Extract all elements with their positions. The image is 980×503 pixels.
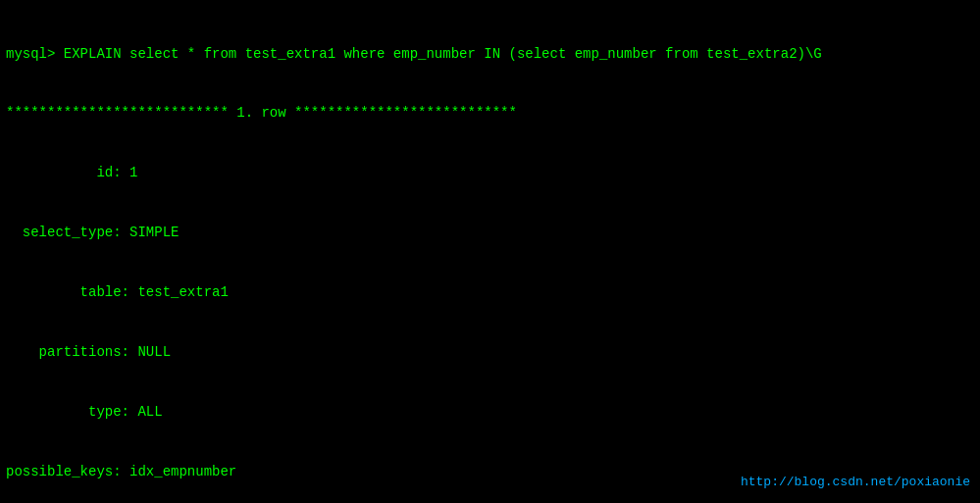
row1-partitions: partitions: NULL — [6, 342, 974, 362]
row1-type: type: ALL — [6, 402, 974, 422]
prompt-line: mysql> EXPLAIN select * from test_extra1… — [6, 44, 974, 64]
separator-1-text: *************************** 1. row *****… — [6, 105, 517, 121]
prompt-text: mysql> EXPLAIN select * from test_extra1… — [6, 46, 822, 62]
row1-table: table: test_extra1 — [6, 282, 974, 302]
terminal-window: mysql> EXPLAIN select * from test_extra1… — [0, 0, 980, 503]
row1-id: id: 1 — [6, 163, 974, 182]
watermark-text: http://blog.csdn.net/poxiaonie — [741, 475, 970, 489]
row1-select-type: select_type: SIMPLE — [6, 223, 974, 242]
separator-line-1: *************************** 1. row *****… — [6, 103, 974, 123]
